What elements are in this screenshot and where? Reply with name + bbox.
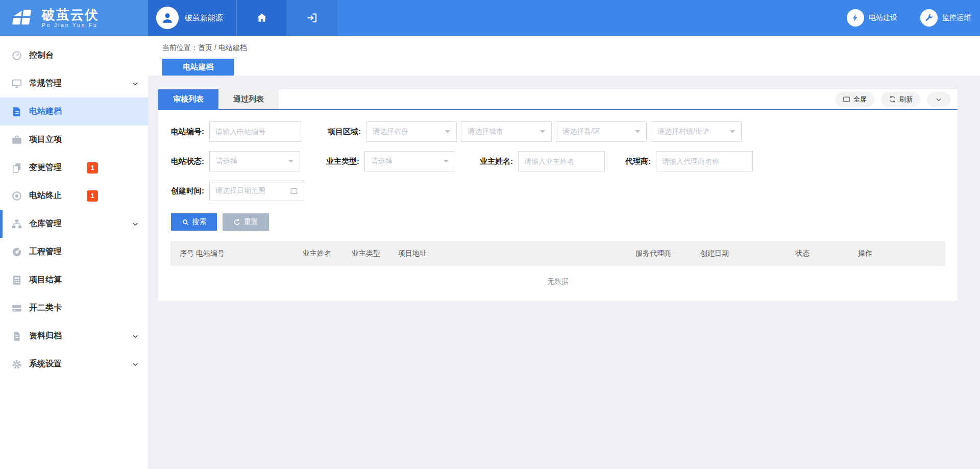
city-select[interactable]: 请选择城市 [461, 121, 552, 142]
search-button[interactable]: 搜索 [171, 213, 217, 231]
solar-panel-logo-icon [9, 7, 36, 29]
table-header: 序号 电站编号 业主姓名 业主类型 项目地址 服务代理商 创建日期 状态 操作 [170, 241, 945, 266]
topbar: 破茧云伏 Po Jian Yun Fu 破茧新能源 电站建设 监控运维 [0, 0, 980, 36]
caret-down-icon [635, 130, 640, 133]
sidebar-item-general-mgmt[interactable]: 常规管理 [0, 69, 148, 97]
breadcrumb-prefix: 当前位置： [162, 43, 198, 52]
owner-type-select[interactable]: 请选择 [364, 151, 455, 171]
chevron-down-icon [132, 333, 139, 340]
tab-passed-list[interactable]: 通过列表 [218, 89, 279, 109]
refresh-icon [889, 95, 896, 103]
owner-type-label: 业主类型: [326, 157, 359, 166]
chevron-down-icon [935, 96, 942, 103]
wrench-icon [920, 9, 938, 27]
sitemap-icon [11, 218, 22, 230]
sidebar-item-engineering-mgmt[interactable]: 工程管理 [0, 238, 148, 266]
calendar-icon [290, 187, 298, 195]
filter-row-2: 电站状态: 请选择 业主类型: 请选择 业主姓名: 代理商: [171, 151, 945, 171]
home-button[interactable] [236, 0, 286, 36]
brand-title: 破茧云伏 [42, 8, 99, 22]
agent-label: 代理商: [625, 157, 651, 166]
fullscreen-icon [843, 95, 850, 103]
sidebar-item-station-archive[interactable]: 电站建档 [0, 97, 148, 126]
home-icon [256, 12, 268, 24]
logout-button[interactable] [286, 0, 337, 36]
station-code-input[interactable] [209, 121, 301, 142]
login-arrow-icon [306, 12, 318, 24]
filter-row-1: 电站编号: 项目区域: 请选择省份 请选择城市 请选择县/区 请选择村镇/街道 [171, 121, 945, 142]
document-icon [11, 106, 22, 117]
brand-logo: 破茧云伏 Po Jian Yun Fu [0, 0, 148, 36]
sidebar-item-data-archive[interactable]: 资料归档 [0, 322, 148, 350]
station-archive-card: 审核列表 通过列表 全屏 刷新 电站编号: 项目区域: [158, 89, 958, 301]
nav-monitor-ops-label: 监控运维 [942, 13, 971, 22]
card-icon [11, 303, 22, 314]
owner-name-label: 业主姓名: [480, 157, 513, 166]
create-time-range-picker[interactable]: 请选择日期范围 [209, 181, 304, 201]
project-region-label: 项目区域: [328, 127, 361, 137]
caret-down-icon [445, 130, 450, 133]
card-header: 审核列表 通过列表 全屏 刷新 [158, 89, 958, 110]
sidebar-item-open-card[interactable]: 开二类卡 [0, 294, 148, 322]
collapse-button[interactable] [927, 92, 950, 107]
tab-review-list[interactable]: 审核列表 [158, 89, 218, 109]
notification-badge: 1 [87, 190, 98, 202]
chevron-down-icon [132, 361, 139, 368]
reset-button[interactable]: 重置 [223, 213, 269, 231]
empty-state: 无数据 [158, 266, 958, 286]
sidebar: 控制台 常规管理 电站建档 项目立项 变更管理 1 电站终止 1 [0, 36, 148, 469]
col-service-agent: 服务代理商 [635, 249, 700, 258]
agent-input[interactable] [656, 151, 753, 171]
topbar-right: 电站建设 监控运维 [847, 0, 980, 36]
company-name: 破茧新能源 [185, 13, 223, 23]
chevron-down-icon [132, 80, 139, 87]
col-status: 状态 [795, 249, 858, 258]
monitor-icon [11, 78, 22, 89]
breadcrumb-bar: 当前位置：首页 / 电站建档 电站建档 [148, 36, 980, 76]
archive-icon [11, 331, 22, 342]
caret-down-icon [444, 160, 449, 163]
sidebar-item-station-termination[interactable]: 电站终止 1 [0, 182, 148, 210]
page-tab-station-archive[interactable]: 电站建档 [162, 59, 234, 76]
main-content: 当前位置：首页 / 电站建档 电站建档 审核列表 通过列表 全屏 刷新 [148, 36, 980, 469]
col-owner-type: 业主类型 [352, 249, 398, 258]
station-status-select[interactable]: 请选择 [209, 151, 300, 171]
refresh-button[interactable]: 刷新 [881, 92, 920, 107]
breadcrumb-link-home[interactable]: 首页 [198, 43, 212, 52]
col-create-date: 创建日期 [700, 249, 795, 258]
breadcrumb: 当前位置：首页 / 电站建档 [162, 43, 247, 53]
province-select[interactable]: 请选择省份 [366, 121, 457, 142]
card-toolbar: 全屏 刷新 [835, 89, 950, 109]
sidebar-item-change-mgmt[interactable]: 变更管理 1 [0, 154, 148, 182]
notification-badge: 1 [87, 162, 98, 174]
gear-icon [11, 359, 22, 370]
sidebar-item-project-initiation[interactable]: 项目立项 [0, 126, 148, 154]
chevron-down-icon [132, 220, 139, 228]
nav-monitor-ops[interactable]: 监控运维 [920, 9, 971, 27]
dashboard-icon [11, 50, 22, 61]
station-code-label: 电站编号: [171, 127, 204, 137]
sidebar-item-warehouse-mgmt[interactable]: 仓库管理 [0, 210, 148, 238]
sidebar-item-console[interactable]: 控制台 [0, 41, 148, 69]
target-icon [11, 190, 22, 202]
brand-subtitle: Po Jian Yun Fu [42, 22, 99, 28]
fullscreen-button[interactable]: 全屏 [835, 92, 874, 107]
lightning-icon [847, 9, 864, 27]
caret-down-icon [730, 130, 735, 133]
breadcrumb-current: 电站建档 [218, 43, 247, 52]
caret-down-icon [288, 160, 293, 163]
calculator-icon [11, 275, 22, 286]
county-select[interactable]: 请选择县/区 [556, 121, 647, 142]
breadcrumb-separator: / [212, 43, 218, 52]
sidebar-item-project-settlement[interactable]: 项目结算 [0, 266, 148, 294]
user-avatar-icon [156, 7, 179, 29]
filter-row-3: 创建时间: 请选择日期范围 [171, 181, 945, 201]
nav-station-build[interactable]: 电站建设 [847, 9, 897, 27]
col-index: 序号 [180, 249, 196, 258]
sidebar-item-system-settings[interactable]: 系统设置 [0, 350, 148, 378]
gauge-icon [11, 246, 22, 258]
current-user[interactable]: 破茧新能源 [148, 0, 236, 36]
owner-name-input[interactable] [518, 151, 605, 171]
village-select[interactable]: 请选择村镇/街道 [651, 121, 742, 142]
col-project-address: 项目地址 [398, 249, 635, 258]
